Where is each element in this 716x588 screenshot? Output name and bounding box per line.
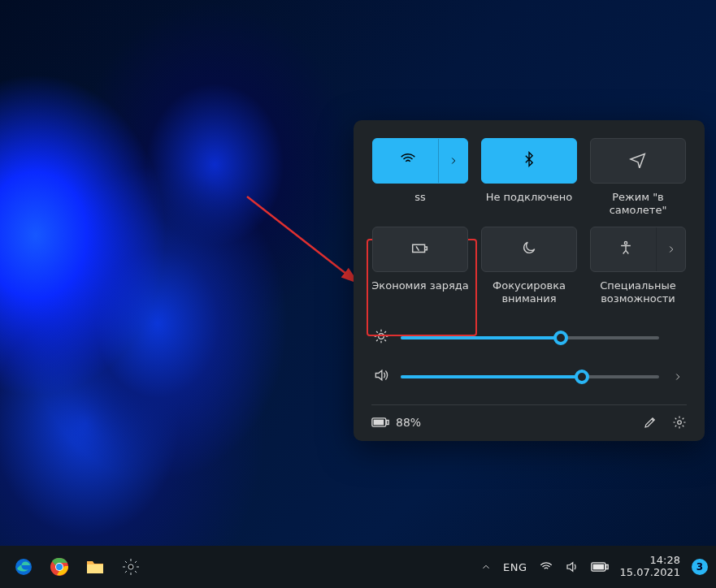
- battery-saver-toggle[interactable]: [372, 227, 468, 272]
- quick-settings-panel: ss Не подключено Режим "в самолете": [354, 120, 705, 441]
- svg-point-6: [678, 421, 682, 425]
- system-tray: ENG 14:28 15.07.2021 3: [480, 555, 708, 579]
- bluetooth-icon: [521, 151, 537, 171]
- folder-icon: [85, 558, 105, 576]
- pencil-icon: [643, 415, 657, 430]
- taskbar-app-settings[interactable]: [120, 556, 141, 577]
- svg-point-2: [379, 334, 384, 339]
- battery-percent: 88%: [396, 416, 421, 429]
- wifi-expand-button[interactable]: [438, 139, 467, 183]
- tile-label: Специальные возможности: [589, 279, 687, 307]
- language-indicator[interactable]: ENG: [503, 561, 527, 573]
- battery-icon: [371, 416, 389, 429]
- svg-rect-4: [387, 420, 389, 424]
- accessibility-expand-button[interactable]: [656, 227, 685, 271]
- svg-rect-11: [87, 564, 103, 573]
- airplane-icon: [629, 150, 647, 171]
- svg-rect-14: [605, 564, 608, 569]
- tile-battery-saver: Экономия заряда: [371, 227, 469, 307]
- bluetooth-toggle[interactable]: [481, 138, 577, 184]
- svg-point-7: [15, 559, 32, 575]
- svg-point-12: [128, 564, 133, 569]
- wifi-toggle[interactable]: [372, 138, 468, 184]
- volume-slider[interactable]: [401, 375, 659, 378]
- wifi-icon: [399, 150, 417, 171]
- svg-point-10: [56, 564, 63, 570]
- edge-icon: [14, 557, 33, 577]
- accessibility-toggle[interactable]: [590, 227, 686, 272]
- airplane-toggle[interactable]: [590, 138, 686, 184]
- clock[interactable]: 14:28 15.07.2021: [620, 555, 680, 579]
- clock-time: 14:28: [620, 555, 680, 567]
- tile-label: Режим "в самолете": [589, 191, 687, 218]
- battery-status[interactable]: 88%: [371, 416, 421, 429]
- brightness-icon: [373, 328, 389, 348]
- volume-row: [371, 357, 687, 396]
- settings-button[interactable]: [672, 415, 687, 430]
- accessibility-icon: [618, 240, 634, 259]
- sliders-section: [371, 318, 687, 396]
- tile-label: Фокусировка внимания: [480, 279, 578, 307]
- tray-battery-button[interactable]: [591, 561, 609, 573]
- battery-saver-icon: [410, 239, 431, 260]
- tile-focus: Фокусировка внимания: [480, 227, 578, 307]
- svg-rect-5: [374, 420, 384, 426]
- tile-accessibility: Специальные возможности: [589, 227, 687, 307]
- tile-wifi: ss: [371, 138, 469, 218]
- tray-wifi-button[interactable]: [539, 560, 553, 574]
- chevron-right-icon: [448, 155, 459, 166]
- taskbar-app-chrome[interactable]: [49, 556, 70, 577]
- notification-badge[interactable]: 3: [692, 559, 708, 575]
- tile-label: Экономия заряда: [371, 279, 468, 307]
- edit-quick-settings-button[interactable]: [643, 415, 657, 430]
- tray-volume-button[interactable]: [565, 560, 579, 574]
- focus-toggle[interactable]: [481, 227, 577, 272]
- brightness-slider[interactable]: [401, 336, 659, 339]
- taskbar-apps: [8, 556, 141, 577]
- svg-rect-15: [592, 564, 604, 570]
- panel-footer: 88%: [371, 404, 687, 430]
- tray-overflow-button[interactable]: [480, 561, 492, 573]
- chevron-up-icon: [480, 561, 492, 573]
- taskbar-app-explorer[interactable]: [85, 556, 106, 577]
- clock-date: 15.07.2021: [620, 567, 680, 579]
- taskbar-app-edge[interactable]: [13, 556, 34, 577]
- volume-icon: [565, 560, 579, 574]
- tile-airplane: Режим "в самолете": [589, 138, 687, 218]
- gear-icon: [672, 415, 687, 430]
- taskbar: ENG 14:28 15.07.2021 3: [0, 546, 716, 588]
- moon-icon: [521, 240, 537, 259]
- brightness-row: [371, 318, 687, 357]
- chrome-icon: [50, 557, 69, 577]
- gear-icon: [121, 557, 141, 577]
- wifi-icon: [539, 560, 553, 574]
- volume-icon: [373, 367, 389, 387]
- chevron-right-icon: [666, 244, 677, 255]
- tile-label: Не подключено: [486, 191, 573, 218]
- tile-bluetooth: Не подключено: [480, 138, 578, 218]
- svg-point-1: [624, 242, 627, 244]
- battery-icon: [591, 561, 609, 573]
- chevron-right-icon: [672, 371, 683, 383]
- volume-output-button[interactable]: [670, 371, 685, 383]
- tile-label: ss: [414, 191, 426, 218]
- quick-settings-grid: ss Не подключено Режим "в самолете": [371, 138, 687, 307]
